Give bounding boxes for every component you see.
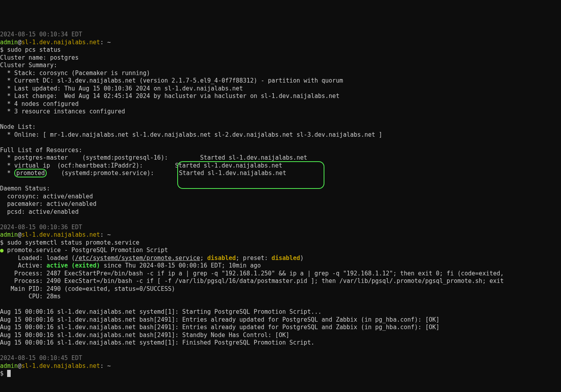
log-line-3: Aug 15 00:00:16 sl-1.dev.naijalabs.net b… bbox=[0, 324, 440, 331]
stack-line: * Stack: corosync (Pacemaker is running) bbox=[0, 70, 150, 77]
resource-postgres-master-status: Started sl-1.dev.naijalabs.net bbox=[168, 154, 307, 161]
prompt-host: sl-1.dev.naijalabs.net bbox=[21, 39, 100, 46]
prompt-tail: : ~ bbox=[100, 39, 111, 46]
loaded-mid: ; bbox=[200, 254, 207, 262]
nodes-configured: * 4 nodes configured bbox=[0, 100, 79, 107]
terminal[interactable]: 2024-08-15 00:10:34 EDT admin@sl-1.dev.n… bbox=[0, 31, 561, 385]
prompt-tail-2: : ~ bbox=[100, 231, 111, 238]
loaded-end: ) bbox=[300, 254, 304, 262]
resource-postgres-master: * postgres-master (systemd:postgresql-16… bbox=[0, 154, 168, 161]
daemon-status-header: Daemon Status: bbox=[0, 185, 50, 192]
command-1: $ sudo pcs status bbox=[0, 46, 61, 53]
resource-virtual-ip: * virtual_ip (ocf:heartbeat:IPaddr2): St… bbox=[0, 162, 282, 169]
disabled-1: disabled bbox=[207, 254, 236, 262]
prompt-host-2: sl-1.dev.naijalabs.net bbox=[21, 231, 100, 238]
prompt-user-2: admin bbox=[0, 231, 18, 238]
cluster-summary: Cluster Summary: bbox=[0, 62, 57, 69]
active-value: active (exited) bbox=[46, 262, 100, 269]
log-line-4: Aug 15 00:00:16 sl-1.dev.naijalabs.net b… bbox=[0, 332, 290, 339]
log-line-5: Aug 15 00:00:16 sl-1.dev.naijalabs.net s… bbox=[0, 339, 315, 346]
loaded-preset: ; preset: bbox=[236, 254, 271, 262]
daemon-pacemaker: pacemaker: active/enabled bbox=[0, 200, 97, 207]
prompt-at: @ bbox=[18, 39, 21, 46]
node-list-header: Node List: bbox=[0, 123, 36, 130]
active-label: Active: bbox=[0, 262, 46, 269]
main-pid: Main PID: 2490 (code=exited, status=0/SU… bbox=[0, 285, 175, 292]
last-updated: * Last updated: Thu Aug 15 00:10:36 2024… bbox=[0, 85, 243, 92]
log-line-2: Aug 15 00:00:16 sl-1.dev.naijalabs.net b… bbox=[0, 316, 440, 323]
resources-configured: * 3 resource instances configured bbox=[0, 108, 125, 115]
process-2: Process: 2490 ExecStart=/bin/bash -c if … bbox=[0, 277, 504, 285]
promoted-highlight: promoted bbox=[14, 169, 47, 177]
log-line-1: Aug 15 00:00:16 sl-1.dev.naijalabs.net s… bbox=[0, 308, 322, 315]
daemon-pcsd: pcsd: active/enabled bbox=[0, 208, 79, 215]
cpu-time: CPU: 28ms bbox=[0, 293, 61, 300]
resource-promoted-pre: * bbox=[0, 170, 14, 177]
prompt-user-3: admin bbox=[0, 362, 18, 369]
active-since: since Thu 2024-08-15 00:00:16 EDT; 10min… bbox=[100, 262, 261, 269]
prompt-dollar: $ bbox=[0, 370, 7, 377]
prompt-host-3: sl-1.dev.naijalabs.net bbox=[21, 362, 100, 369]
service-line: promote.service - PostgreSQL Promotion S… bbox=[4, 247, 168, 254]
disabled-2: disabled bbox=[271, 254, 300, 262]
loaded-path: /etc/systemd/system/promote.service bbox=[75, 254, 200, 262]
cursor[interactable] bbox=[7, 370, 11, 377]
node-list: * Online: [ mr-1.dev.naijalabs.net sl-1.… bbox=[0, 131, 382, 138]
timestamp-1: 2024-08-15 00:10:34 EDT bbox=[0, 31, 82, 38]
status-dot-icon: ● bbox=[0, 247, 4, 254]
prompt-tail-3: : ~ bbox=[100, 362, 111, 369]
full-list-header: Full List of Resources: bbox=[0, 147, 82, 154]
resource-promoted-rest: (systemd:promote.service): Started sl-1.… bbox=[47, 170, 286, 177]
timestamp-3: 2024-08-15 00:10:45 EDT bbox=[0, 354, 82, 362]
daemon-corosync: corosync: active/enabled bbox=[0, 193, 93, 200]
dc-line: * Current DC: sl-3.dev.naijalabs.net (ve… bbox=[0, 77, 343, 84]
prompt-at-3: @ bbox=[18, 362, 21, 369]
loaded-label: Loaded: loaded ( bbox=[0, 254, 75, 262]
process-1: Process: 2487 ExecStartPre=/bin/bash -c … bbox=[0, 270, 504, 277]
timestamp-2: 2024-08-15 00:10:36 EDT bbox=[0, 224, 82, 231]
command-2: $ sudo systemctl status promote.service bbox=[0, 239, 139, 246]
prompt-user: admin bbox=[0, 39, 18, 46]
cluster-name: Cluster name: postgres bbox=[0, 54, 79, 61]
prompt-at-2: @ bbox=[18, 231, 21, 238]
last-change: * Last change: Wed Aug 14 02:45:14 2024 … bbox=[0, 92, 339, 100]
